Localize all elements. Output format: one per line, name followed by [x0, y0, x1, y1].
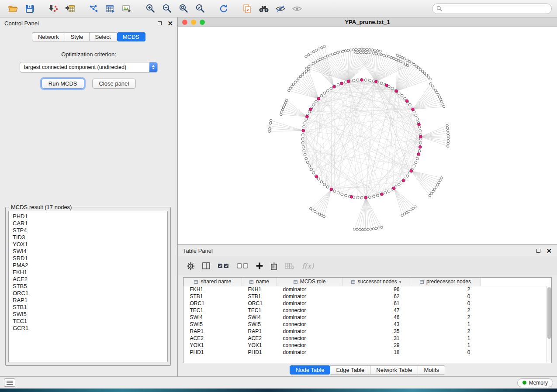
table-row[interactable]: FKH1FKH1dominator962 — [184, 286, 552, 293]
add-column-button[interactable] — [256, 262, 263, 269]
copy-network-button[interactable] — [239, 2, 255, 15]
table-cell: 18 — [343, 349, 410, 356]
mcds-result-item[interactable]: ACE2 — [13, 276, 163, 283]
table-scrollbar[interactable] — [546, 286, 551, 363]
find-button[interactable] — [256, 2, 272, 15]
status-menu-button[interactable] — [4, 378, 15, 387]
deselect-all-button[interactable] — [237, 262, 249, 269]
save-session-button[interactable] — [22, 2, 38, 15]
binoculars-icon — [259, 5, 269, 13]
mcds-result-item[interactable]: SWI5 — [13, 311, 163, 318]
table-cell: YOX1 — [184, 342, 242, 349]
tab-node-table[interactable]: Node Table — [290, 365, 331, 375]
column-grid-icon — [294, 280, 298, 284]
table-icon — [105, 4, 115, 13]
table-row[interactable]: ACE2ACE2connector311 — [184, 335, 552, 342]
mcds-result-item[interactable]: GCR1 — [13, 325, 163, 332]
mcds-result-item[interactable]: RAP1 — [13, 297, 163, 304]
new-network-button[interactable] — [86, 2, 101, 15]
close-table-panel-button[interactable]: ✕ — [546, 248, 552, 254]
column-header-predecessor-nodes[interactable]: predecessor nodes — [410, 278, 481, 286]
mcds-result-item[interactable]: STB1 — [13, 304, 163, 311]
delete-column-button[interactable] — [270, 262, 277, 270]
run-mcds-button[interactable]: Run MCDS — [42, 79, 84, 89]
import-table-button[interactable] — [62, 2, 78, 15]
column-header-label: MCDS role — [300, 279, 326, 285]
table-cell: 2 — [410, 286, 481, 293]
zoom-in-button[interactable] — [142, 2, 158, 15]
search-box — [432, 3, 552, 14]
memory-button[interactable]: Memory — [517, 378, 553, 387]
network-graph[interactable] — [178, 27, 557, 244]
table-row[interactable]: SWI5SWI5connector431 — [184, 321, 552, 328]
close-panel-button[interactable]: ✕ — [167, 20, 173, 27]
hide-details-button[interactable] — [273, 2, 288, 15]
table-cell: connector — [277, 321, 343, 328]
network-canvas[interactable] — [178, 27, 557, 244]
show-graphics-button[interactable] — [289, 2, 305, 15]
close-panel-action-button[interactable]: Close panel — [92, 79, 136, 89]
table-cell: 1 — [410, 321, 481, 328]
tab-motifs[interactable]: Motifs — [418, 365, 445, 375]
mcds-result-item[interactable]: STB5 — [13, 283, 163, 290]
float-table-panel-button[interactable] — [536, 249, 540, 253]
table-settings-button[interactable] — [187, 262, 195, 270]
mcds-result-item[interactable]: PMA2 — [13, 262, 163, 269]
minimize-window-icon[interactable] — [191, 20, 196, 25]
tab-style[interactable]: Style — [65, 32, 90, 41]
column-header-name[interactable]: name — [242, 278, 277, 286]
table-panel-title: Table Panel — [183, 248, 213, 254]
window-traffic-lights — [178, 20, 205, 25]
search-input[interactable] — [445, 6, 547, 12]
table-panel-header: Table Panel ✕ — [178, 245, 557, 256]
criterion-dropdown[interactable]: largest connected component (undirected) — [20, 62, 158, 72]
table-row[interactable]: RAP1RAP1dominator352 — [184, 328, 552, 335]
zoom-out-button[interactable] — [159, 2, 175, 15]
mcds-result-item[interactable]: SWI4 — [13, 248, 163, 255]
apply-layout-button[interactable] — [216, 2, 232, 15]
mcds-result-item[interactable]: YOX1 — [13, 241, 163, 248]
mcds-result-item[interactable]: ORC1 — [13, 290, 163, 297]
tab-network-table[interactable]: Network Table — [370, 365, 418, 375]
mcds-result-item[interactable]: FKH1 — [13, 269, 163, 276]
mcds-result-item[interactable]: TID3 — [13, 234, 163, 241]
tab-edge-table[interactable]: Edge Table — [330, 365, 370, 375]
table-row[interactable]: YOX1YOX1connector291 — [184, 342, 552, 349]
table-row[interactable]: PHD1PHD1dominator180 — [184, 349, 552, 356]
table-row[interactable]: STB1STB1dominator620 — [184, 293, 552, 300]
export-image-button[interactable] — [119, 2, 135, 15]
delete-table-button[interactable] — [285, 262, 294, 269]
mcds-result-item[interactable]: PHD1 — [13, 213, 163, 220]
import-network-button[interactable] — [45, 2, 61, 15]
column-header-successor-nodes[interactable]: successor nodes▾ — [343, 278, 410, 286]
select-all-icon — [218, 262, 229, 269]
zoom-selected-button[interactable] — [192, 2, 208, 15]
tab-network[interactable]: Network — [32, 32, 65, 41]
mcds-result-item[interactable]: STP4 — [13, 227, 163, 234]
maximize-window-icon[interactable] — [200, 20, 205, 25]
table-cell: 35 — [343, 328, 410, 335]
column-header-MCDS-role[interactable]: MCDS role — [277, 278, 343, 286]
float-panel-button[interactable] — [158, 21, 162, 25]
refresh-icon — [219, 4, 228, 14]
table-cell: ORC1 — [184, 300, 242, 307]
zoom-fit-button[interactable] — [176, 2, 191, 15]
tab-mcds[interactable]: MCDS — [117, 32, 145, 41]
show-columns-button[interactable] — [202, 262, 210, 269]
zoom-in-icon — [145, 3, 156, 14]
table-row[interactable]: ORC1ORC1dominator610 — [184, 300, 552, 307]
open-file-button[interactable] — [5, 2, 21, 15]
select-all-button[interactable] — [218, 262, 229, 269]
column-header-shared-name[interactable]: shared name — [184, 278, 242, 286]
tab-select[interactable]: Select — [90, 32, 117, 41]
mcds-result-item[interactable]: TEC1 — [13, 318, 163, 325]
new-table-button[interactable] — [102, 2, 118, 15]
table-cell: PHD1 — [184, 349, 242, 356]
mcds-result-item[interactable]: SRD1 — [13, 255, 163, 262]
table-row[interactable]: TEC1TEC1connector472 — [184, 307, 552, 314]
table-scrollbar-thumb[interactable] — [547, 287, 551, 339]
function-builder-button[interactable]: f(x) — [302, 262, 314, 270]
mcds-result-item[interactable]: CAR1 — [13, 220, 163, 227]
table-row[interactable]: SWI4SWI4dominator462 — [184, 314, 552, 321]
close-window-icon[interactable] — [182, 20, 187, 25]
